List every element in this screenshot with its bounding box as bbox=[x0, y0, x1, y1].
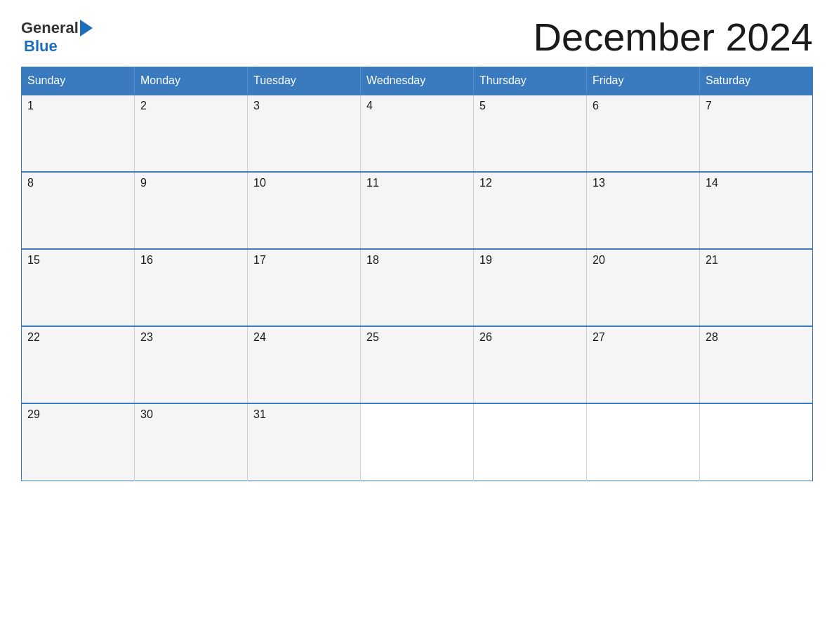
calendar-day-cell bbox=[474, 403, 587, 481]
day-number: 20 bbox=[593, 254, 605, 266]
day-number: 3 bbox=[253, 100, 260, 112]
day-number: 15 bbox=[27, 254, 40, 266]
calendar-day-cell: 12 bbox=[474, 172, 587, 249]
header-thursday: Thursday bbox=[474, 67, 587, 95]
calendar-day-cell: 21 bbox=[700, 249, 813, 326]
day-number: 17 bbox=[253, 254, 266, 266]
day-number: 26 bbox=[479, 331, 492, 343]
header-saturday: Saturday bbox=[700, 67, 813, 95]
calendar-day-cell: 19 bbox=[474, 249, 587, 326]
calendar-day-cell: 3 bbox=[248, 95, 361, 172]
calendar-day-cell: 16 bbox=[135, 249, 248, 326]
day-number: 6 bbox=[593, 100, 599, 112]
header-tuesday: Tuesday bbox=[248, 67, 361, 95]
calendar-week-row: 15161718192021 bbox=[22, 249, 813, 326]
calendar-day-cell: 15 bbox=[22, 249, 135, 326]
day-number: 10 bbox=[253, 177, 266, 189]
calendar-day-cell: 20 bbox=[587, 249, 700, 326]
calendar-day-cell: 29 bbox=[22, 403, 135, 481]
calendar-week-row: 293031 bbox=[22, 403, 813, 481]
day-number: 16 bbox=[140, 254, 153, 266]
calendar-day-cell: 4 bbox=[361, 95, 474, 172]
calendar-day-cell: 13 bbox=[587, 172, 700, 249]
calendar-day-cell: 27 bbox=[587, 326, 700, 403]
calendar-day-cell: 25 bbox=[361, 326, 474, 403]
day-number: 13 bbox=[593, 177, 605, 189]
calendar-day-cell: 17 bbox=[248, 249, 361, 326]
day-number: 24 bbox=[253, 331, 266, 343]
day-number: 30 bbox=[140, 408, 153, 420]
day-number: 23 bbox=[140, 331, 153, 343]
calendar-day-cell: 9 bbox=[135, 172, 248, 249]
calendar-day-cell: 30 bbox=[135, 403, 248, 481]
calendar-day-cell: 11 bbox=[361, 172, 474, 249]
logo-arrow-icon bbox=[80, 20, 93, 36]
calendar-day-cell: 7 bbox=[700, 95, 813, 172]
day-number: 9 bbox=[140, 177, 147, 189]
day-number: 21 bbox=[706, 254, 718, 266]
calendar-day-cell: 31 bbox=[248, 403, 361, 481]
header-sunday: Sunday bbox=[22, 67, 135, 95]
day-number: 11 bbox=[366, 177, 379, 189]
header-monday: Monday bbox=[135, 67, 248, 95]
logo-general-text: General bbox=[21, 19, 79, 37]
day-number: 5 bbox=[479, 100, 486, 112]
day-number: 12 bbox=[479, 177, 492, 189]
calendar-day-cell: 14 bbox=[700, 172, 813, 249]
calendar-day-cell: 18 bbox=[361, 249, 474, 326]
calendar-day-cell: 10 bbox=[248, 172, 361, 249]
day-number: 27 bbox=[593, 331, 605, 343]
logo-blue-text: Blue bbox=[24, 37, 58, 55]
calendar-week-row: 1234567 bbox=[22, 95, 813, 172]
calendar-day-cell: 8 bbox=[22, 172, 135, 249]
day-number: 18 bbox=[366, 254, 379, 266]
calendar-day-cell bbox=[361, 403, 474, 481]
day-number: 22 bbox=[27, 331, 40, 343]
day-number: 25 bbox=[366, 331, 379, 343]
header-wednesday: Wednesday bbox=[361, 67, 474, 95]
calendar-day-cell: 22 bbox=[22, 326, 135, 403]
calendar-day-cell: 2 bbox=[135, 95, 248, 172]
day-number: 1 bbox=[27, 100, 34, 112]
header-friday: Friday bbox=[587, 67, 700, 95]
calendar-day-cell: 28 bbox=[700, 326, 813, 403]
day-number: 14 bbox=[706, 177, 718, 189]
calendar-day-cell: 1 bbox=[22, 95, 135, 172]
page-header: General Blue December 2024 bbox=[21, 14, 813, 60]
day-number: 28 bbox=[706, 331, 718, 343]
day-number: 31 bbox=[253, 408, 266, 420]
calendar-week-row: 22232425262728 bbox=[22, 326, 813, 403]
calendar-day-cell: 6 bbox=[587, 95, 700, 172]
calendar-title: December 2024 bbox=[534, 14, 813, 60]
calendar-day-cell bbox=[587, 403, 700, 481]
calendar-day-cell: 5 bbox=[474, 95, 587, 172]
calendar-day-cell: 23 bbox=[135, 326, 248, 403]
day-number: 29 bbox=[27, 408, 40, 420]
weekday-header-row: Sunday Monday Tuesday Wednesday Thursday… bbox=[22, 67, 813, 95]
calendar-table: Sunday Monday Tuesday Wednesday Thursday… bbox=[21, 67, 813, 481]
calendar-day-cell: 24 bbox=[248, 326, 361, 403]
calendar-week-row: 891011121314 bbox=[22, 172, 813, 249]
day-number: 2 bbox=[140, 100, 147, 112]
calendar-day-cell: 26 bbox=[474, 326, 587, 403]
day-number: 7 bbox=[706, 100, 712, 112]
day-number: 8 bbox=[27, 177, 34, 189]
day-number: 4 bbox=[366, 100, 373, 112]
day-number: 19 bbox=[479, 254, 492, 266]
logo: General Blue bbox=[21, 19, 94, 55]
calendar-day-cell bbox=[700, 403, 813, 481]
